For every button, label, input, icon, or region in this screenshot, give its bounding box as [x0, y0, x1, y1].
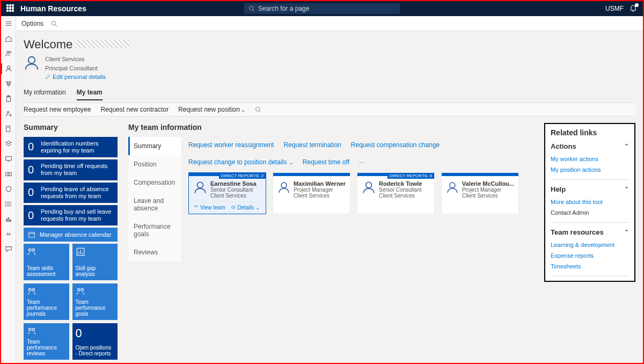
layers-icon[interactable] — [4, 140, 13, 148]
request-new-contractor[interactable]: Request new contractor — [100, 106, 169, 113]
list-icon[interactable] — [4, 200, 13, 208]
tile-pending-timeoff[interactable]: 0Pending time off requests from my team — [24, 159, 118, 180]
search-icon[interactable] — [255, 106, 261, 113]
tile-pending-buysell[interactable]: 0Pending buy and sell leave requests fro… — [24, 205, 118, 225]
action-compensation[interactable]: Request compensation change — [351, 141, 440, 149]
shield-icon[interactable] — [4, 185, 13, 193]
sidenav-compensation[interactable]: Compensation — [128, 173, 181, 192]
link-learning-development[interactable]: Learning & development — [551, 239, 629, 250]
app-launcher-icon[interactable] — [6, 4, 15, 13]
org-icon[interactable] — [4, 79, 13, 88]
top-bar: Human Resources Search for a page USMF — [1, 1, 643, 16]
tile-open-positions[interactable]: 0Open positions - Direct reports — [72, 323, 118, 360]
action-position-details-dropdown[interactable]: Request change to position details ⌄ — [188, 158, 293, 166]
link-contact-admin[interactable]: Contact Admin — [551, 207, 629, 218]
link-icon[interactable] — [4, 230, 13, 238]
sidenav-leave[interactable]: Leave and absence — [128, 192, 181, 217]
clipboard-icon[interactable] — [4, 94, 13, 103]
sidenav-summary[interactable]: Summary — [128, 137, 181, 155]
worker-role: Project Manager — [294, 187, 346, 193]
sidenav-goals[interactable]: Performance goals — [128, 217, 181, 243]
tile-manager-absence-calendar[interactable]: Manager absence calendar — [24, 228, 118, 242]
worker-card[interactable]: DIRECT REPORTS: 2 Earnestine Sosa Senior… — [188, 172, 266, 214]
worker-card[interactable]: Valerie McCullou... Project Manager Clie… — [441, 172, 519, 214]
related-resources-header[interactable]: Team resources⌃ — [551, 228, 629, 236]
svg-rect-27 — [6, 219, 7, 221]
related-actions-header[interactable]: Actions⌃ — [551, 142, 629, 150]
chevron-down-icon: ⌄ — [241, 107, 245, 113]
feedback-icon[interactable] — [4, 245, 13, 253]
details-link[interactable]: Details ⌄ — [231, 205, 260, 210]
action-reassignment[interactable]: Request worker reassignment — [188, 141, 274, 149]
chevron-up-icon: ⌃ — [624, 186, 629, 193]
request-new-employee[interactable]: Request new employee — [24, 106, 91, 113]
book-icon[interactable] — [4, 125, 13, 133]
options-bar: Options — [16, 16, 643, 31]
svg-point-9 — [9, 82, 11, 84]
search-placeholder: Search for a page — [258, 5, 309, 12]
svg-point-30 — [52, 21, 56, 25]
tile-pending-loa[interactable]: 0Pending leave of absence requests from … — [24, 183, 118, 203]
sidenav-position[interactable]: Position — [128, 155, 181, 173]
direct-reports-badge: DIRECT REPORTS: 4 — [387, 173, 434, 179]
sidenav-reviews[interactable]: Reviews — [128, 243, 181, 261]
person-icon — [193, 180, 207, 194]
worker-card[interactable]: DIRECT REPORTS: 4 Roderick Towle Senior … — [357, 172, 435, 214]
svg-point-25 — [5, 204, 6, 205]
worker-role: Senior Consultant — [210, 187, 257, 193]
related-help-header[interactable]: Help⌃ — [551, 185, 629, 193]
svg-point-5 — [6, 52, 9, 54]
person-icon — [362, 180, 376, 194]
options-menu[interactable]: Options — [21, 20, 43, 27]
request-new-position-dropdown[interactable]: Request new position⌄ — [178, 106, 245, 113]
legal-entity[interactable]: USMF — [605, 5, 624, 12]
search-icon[interactable] — [51, 20, 57, 27]
worker-name: Earnestine Sosa — [210, 180, 257, 187]
svg-line-1 — [253, 10, 254, 11]
home-icon[interactable] — [4, 34, 13, 43]
person-icon[interactable] — [4, 64, 13, 73]
global-search[interactable]: Search for a page — [244, 3, 400, 14]
tab-my-information[interactable]: My information — [24, 89, 66, 100]
link-my-worker-actions[interactable]: My worker actions — [551, 154, 629, 164]
tile-team-performance-goals[interactable]: Team performance goals — [72, 283, 118, 320]
redacted-name — [76, 40, 129, 48]
monitor-icon[interactable] — [4, 155, 13, 163]
view-team-link[interactable]: View team — [193, 205, 225, 210]
worker-card[interactable]: Maximilian Werner Project Manager Client… — [273, 172, 350, 214]
link-my-position-actions[interactable]: My position actions — [551, 164, 629, 175]
action-timeoff[interactable]: Request time off — [303, 158, 349, 166]
notifications-button[interactable] — [629, 4, 638, 13]
more-actions[interactable]: ··· — [359, 158, 364, 166]
link-more-about-tool[interactable]: More about this tool — [551, 196, 629, 207]
edit-personal-details-link[interactable]: Edit personal details — [45, 72, 106, 82]
link-expense-reports[interactable]: Expense reports — [551, 250, 629, 261]
worker-name: Roderick Towle — [379, 180, 422, 187]
people-icon[interactable] — [4, 49, 13, 58]
svg-point-26 — [5, 206, 6, 206]
tile-id-expiring[interactable]: 0Identification numbers expiring for my … — [24, 137, 118, 157]
link-timesheets[interactable]: Timesheets — [551, 261, 629, 272]
related-links-panel: Related links Actions⌃ My worker actions… — [544, 123, 635, 282]
summary-panel: Summary 0Identification numbers expiring… — [24, 123, 118, 360]
svg-point-53 — [233, 207, 234, 208]
user-position: Principal Consultant — [45, 64, 106, 73]
worker-name: Maximilian Werner — [294, 180, 346, 187]
tile-team-performance-journals[interactable]: Team performance journals — [24, 283, 69, 320]
svg-rect-11 — [6, 97, 10, 102]
svg-point-56 — [450, 183, 455, 188]
tile-team-performance-reviews[interactable]: Team performance reviews — [24, 323, 69, 360]
tab-my-team[interactable]: My team — [77, 89, 103, 100]
money-icon[interactable] — [4, 170, 13, 178]
svg-point-24 — [5, 202, 6, 202]
chevron-down-icon: ⌄ — [289, 159, 293, 165]
tile-skill-gap-analysis[interactable]: Skill gap analysis — [72, 244, 118, 280]
svg-point-8 — [6, 82, 8, 84]
tile-team-skills-assessment[interactable]: Team skills assessment — [24, 244, 69, 280]
svg-point-54 — [281, 183, 287, 188]
hamburger-icon[interactable] — [4, 19, 13, 28]
person-add-icon[interactable] — [4, 110, 13, 118]
action-termination[interactable]: Request termination — [283, 141, 341, 149]
chart-icon[interactable] — [4, 215, 13, 223]
pencil-icon — [45, 74, 50, 79]
